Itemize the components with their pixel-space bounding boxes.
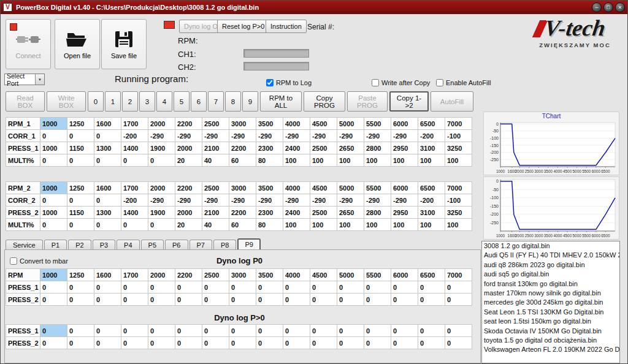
grid-cell[interactable]: 2500	[310, 142, 337, 154]
grid-cell[interactable]: 2400	[283, 142, 310, 154]
grid-cell[interactable]: 0	[121, 337, 148, 349]
grid-cell[interactable]: 80	[256, 154, 283, 167]
tab-p5[interactable]: P5	[141, 240, 164, 250]
grid-cell[interactable]: 1300	[94, 207, 121, 219]
grid-cell[interactable]: 2300	[256, 207, 283, 219]
grid-cell[interactable]: 0	[418, 337, 445, 349]
grid-cell[interactable]: 1000	[40, 207, 67, 219]
grid-cell[interactable]: 0	[40, 294, 67, 306]
grid-cell[interactable]: 0	[283, 337, 310, 349]
grid-cell[interactable]: 0	[40, 281, 67, 294]
file-list-item[interactable]: Volkswagen Arteon FL 2.0 190KM 2022 Go D…	[482, 345, 619, 354]
grid-cell[interactable]: -290	[202, 130, 229, 142]
grid-cell[interactable]: -290	[148, 194, 175, 207]
grid-cell[interactable]: 2000	[148, 118, 175, 130]
grid-cell[interactable]: 0	[175, 337, 202, 349]
grid-cell[interactable]: -290	[310, 194, 337, 207]
grid-cell[interactable]: 2000	[148, 182, 175, 194]
grid-cell[interactable]: 2500	[202, 269, 229, 281]
digit-button-0[interactable]: 0	[88, 91, 104, 112]
grid-cell[interactable]: 3250	[445, 142, 472, 154]
grid-cell[interactable]: 7000	[445, 269, 472, 281]
grid-cell[interactable]: -290	[364, 130, 391, 142]
grid-cell[interactable]: 0	[445, 337, 472, 349]
grid-cell[interactable]: 2100	[202, 207, 229, 219]
digit-button-6[interactable]: 6	[191, 91, 207, 112]
grid-cell[interactable]: 4000	[283, 118, 310, 130]
grid-cell[interactable]: 0	[94, 294, 121, 306]
grid-cell[interactable]: 40	[202, 154, 229, 167]
grid-cell[interactable]: 2100	[202, 142, 229, 154]
tab-p4[interactable]: P4	[117, 240, 139, 250]
grid-cell[interactable]: -100	[445, 194, 472, 207]
grid-cell[interactable]: 3100	[418, 142, 445, 154]
grid-cell[interactable]: -290	[337, 194, 364, 207]
grid-cell[interactable]: 0	[175, 294, 202, 306]
grid-cell[interactable]: -100	[445, 130, 472, 142]
grid-cell[interactable]: 100	[418, 219, 445, 231]
grid-cell[interactable]: 0	[202, 337, 229, 349]
grid-cell[interactable]: 6500	[418, 269, 445, 281]
grid-cell[interactable]: 2000	[175, 207, 202, 219]
grid-cell[interactable]: 0	[310, 294, 337, 306]
grid-cell[interactable]: 0	[40, 194, 67, 207]
read-box-button[interactable]: Read BOX	[6, 91, 45, 112]
grid-cell[interactable]: 0	[148, 281, 175, 294]
grid-cell[interactable]: 0	[256, 337, 283, 349]
grid-cell[interactable]: 2800	[364, 207, 391, 219]
grid-cell[interactable]: 3500	[256, 269, 283, 281]
digit-button-9[interactable]: 9	[242, 91, 258, 112]
grid-cell[interactable]: 0	[391, 294, 418, 306]
copy-1-to-2-button[interactable]: Copy 1->2	[389, 91, 429, 112]
grid-cell[interactable]: 5000	[337, 269, 364, 281]
grid-cell[interactable]: 6000	[391, 182, 418, 194]
grid-cell[interactable]: -290	[283, 194, 310, 207]
grid-cell[interactable]: -290	[175, 194, 202, 207]
grid-cell[interactable]: 0	[229, 281, 256, 294]
grid-cell[interactable]: -200	[418, 130, 445, 142]
tab-p8[interactable]: P8	[213, 240, 236, 250]
grid-cell[interactable]: 0	[445, 281, 472, 294]
grid-cell[interactable]: 100	[364, 219, 391, 231]
grid-cell[interactable]: 0	[148, 294, 175, 306]
grid-cell[interactable]: 0	[94, 194, 121, 207]
tab-service[interactable]: Service	[6, 240, 43, 250]
grid-cell[interactable]: 0	[283, 281, 310, 294]
grid-cell[interactable]: 0	[391, 325, 418, 337]
grid-cell[interactable]: 0	[40, 130, 67, 142]
digit-button-2[interactable]: 2	[122, 91, 138, 112]
grid-cell[interactable]: 0	[256, 281, 283, 294]
file-list-item[interactable]: master 170km nowy silnik go digital.bin	[482, 289, 619, 298]
grid-cell[interactable]: 0	[202, 294, 229, 306]
grid-cell[interactable]: 4500	[310, 269, 337, 281]
grid-cell[interactable]: 1700	[121, 269, 148, 281]
grid-cell[interactable]: 1400	[121, 142, 148, 154]
file-list-item[interactable]: mercedes gle 300d 245km go digital.bin	[482, 298, 619, 307]
grid-cell[interactable]: 0	[337, 294, 364, 306]
grid-cell[interactable]: 0	[40, 219, 67, 231]
grid-cell[interactable]: 0	[67, 194, 94, 207]
file-list-item[interactable]: Seat Leon 1.5 TSI 130KM Go Digital.bin	[482, 308, 619, 317]
file-list[interactable]: 3008 1.2 go digital.binAudi Q5 II (FY FL…	[481, 241, 620, 363]
grid-cell[interactable]: 0	[337, 337, 364, 349]
copy-prog-button[interactable]: Copy PROG	[304, 91, 345, 112]
grid-cell[interactable]: 0	[445, 294, 472, 306]
grid-cell[interactable]: 3000	[229, 182, 256, 194]
connect-button[interactable]: Connect	[6, 19, 51, 69]
grid-cell[interactable]: 2200	[175, 269, 202, 281]
grid-cell[interactable]: 2200	[229, 142, 256, 154]
grid-cell[interactable]: 20	[175, 154, 202, 167]
grid-cell[interactable]: 2650	[337, 207, 364, 219]
digit-button-7[interactable]: 7	[208, 91, 224, 112]
grid-cell[interactable]: 1150	[67, 142, 94, 154]
port-select[interactable]: Select Port ▼	[4, 74, 45, 85]
grid-cell[interactable]: 5000	[337, 182, 364, 194]
grid-cell[interactable]: 6000	[391, 118, 418, 130]
grid-cell[interactable]: -200	[121, 130, 148, 142]
grid-cell[interactable]: 0	[337, 325, 364, 337]
grid-cell[interactable]: -290	[175, 130, 202, 142]
grid-cell[interactable]: 2950	[391, 142, 418, 154]
grid-cell[interactable]: 2950	[391, 207, 418, 219]
grid-cell[interactable]: 100	[310, 154, 337, 167]
write-box-button[interactable]: Write BOX	[47, 91, 86, 112]
